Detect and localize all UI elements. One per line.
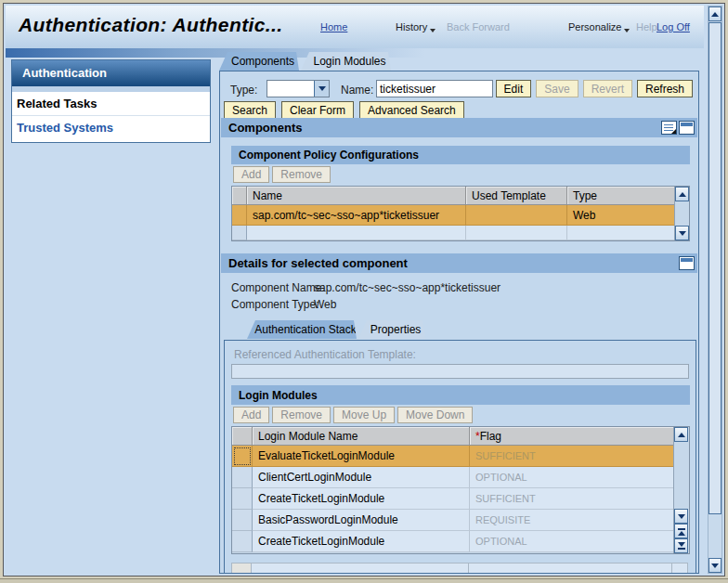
action-button-group: Edit Save Revert Refresh (496, 80, 693, 97)
column-flag[interactable]: *Flag (470, 427, 673, 446)
remove-button[interactable]: Remove (272, 166, 331, 183)
save-button[interactable]: Save (536, 80, 578, 97)
main-scrollbar[interactable] (708, 6, 722, 574)
sidebar: Authentication Related Tasks Trusted Sys… (11, 59, 211, 143)
tab-authentication-stack[interactable]: Authentication Stack (247, 320, 357, 339)
login-modules-table: Login Module Name *Flag EvaluateTicketLo… (231, 426, 690, 554)
row-selector[interactable] (232, 488, 253, 510)
table-row[interactable]: CreateTicketLoginModule SUFFICIENT (232, 488, 673, 510)
dropdown-arrow-icon[interactable] (314, 81, 329, 97)
personalize-dropdown-icon (624, 29, 630, 32)
table-row[interactable]: CreateTicketLoginModule OPTIONAL (232, 531, 673, 552)
policy-table: Name Used Template Type sap.com/tc~sec~s… (231, 186, 690, 241)
column-login-module-name[interactable]: Login Module Name (253, 427, 470, 446)
components-panel: Type: Name: Edit Save Revert Refresh Sea… (219, 71, 699, 574)
policy-toolbar: Add Remove (231, 164, 690, 186)
sap-netweaver-window: { "header": { "title": "Authentication: … (0, 0, 728, 583)
collapse-section-icon[interactable] (679, 121, 695, 135)
column-type[interactable]: Type (567, 187, 674, 205)
empty-table-row[interactable] (232, 226, 674, 240)
type-select[interactable] (266, 80, 330, 97)
row-selector[interactable] (232, 531, 253, 552)
row-selector[interactable] (232, 205, 247, 226)
personalize-menu[interactable]: Personalize (568, 21, 630, 32)
title-bar: Authentication: Authentic... Home Histor… (6, 6, 704, 48)
scroll-up-icon[interactable] (674, 427, 688, 442)
column-used-template[interactable]: Used Template (466, 187, 567, 205)
authentication-stack-panel: Referenced Authentication Template: Logi… (224, 340, 696, 574)
name-label: Name: (341, 84, 373, 97)
window-bottom-border (0, 578, 728, 583)
tab-login-modules[interactable]: Login Modules (301, 52, 391, 71)
clear-form-button[interactable]: Clear Form (281, 101, 354, 119)
referenced-template-label: Referenced Authentication Template: (234, 348, 416, 361)
help-link[interactable]: Help (636, 21, 657, 32)
login-modules-table-scrollbar[interactable] (673, 427, 688, 553)
details-section-header: Details for selected component (221, 253, 697, 273)
policy-table-header: Name Used Template Type (232, 187, 674, 205)
table-row[interactable]: ClientCertLoginModule OPTIONAL (232, 467, 673, 488)
advanced-search-button[interactable]: Advanced Search (359, 101, 464, 119)
referenced-template-input[interactable] (231, 364, 689, 379)
history-menu[interactable]: History (396, 21, 436, 32)
row-selector[interactable] (232, 510, 253, 531)
row-selector[interactable] (232, 446, 253, 467)
collapse-section-icon[interactable] (679, 256, 695, 270)
scroll-down-icon[interactable] (674, 509, 688, 524)
scrollbar-thumb[interactable] (708, 22, 722, 514)
application-frame: Authentication: Authentic... Home Histor… (3, 3, 725, 577)
components-section-header: Components (221, 118, 697, 137)
name-input[interactable] (376, 80, 493, 97)
login-modules-table-header: Login Module Name *Flag (232, 427, 673, 446)
search-button-group: Search Clear Form Advanced Search (224, 101, 464, 119)
scroll-to-bottom-icon[interactable] (674, 538, 688, 553)
log-off-link[interactable]: Log Off (656, 21, 690, 32)
login-modules-toolbar: Add Remove Move Up Move Down (231, 405, 690, 426)
scroll-up-icon[interactable] (675, 187, 689, 201)
refresh-button[interactable]: Refresh (637, 80, 693, 97)
page-title: Authentication: Authentic... (19, 14, 283, 36)
login-modules-title: Login Modules (231, 385, 690, 405)
component-name-value: sap.com/tc~sec~sso~app*ticketissuer (314, 281, 500, 294)
list-view-icon[interactable] (661, 121, 677, 135)
tab-components[interactable]: Components (219, 52, 299, 71)
add-button[interactable]: Add (233, 166, 269, 183)
table-row[interactable]: sap.com/tc~sec~sso~app*ticketissuer Web (232, 205, 674, 226)
scroll-to-top-icon[interactable] (674, 524, 688, 538)
move-up-button[interactable]: Move Up (333, 407, 395, 423)
sidebar-section-related-tasks: Related Tasks (12, 92, 210, 116)
scroll-down-icon[interactable] (675, 226, 689, 240)
login-modules-box: Login Modules Add Remove Move Up Move Do… (231, 385, 690, 554)
revert-button[interactable]: Revert (583, 80, 632, 97)
home-link[interactable]: Home (320, 21, 347, 32)
policy-box-title: Component Policy Configurations (231, 146, 690, 164)
move-down-button[interactable]: Move Down (397, 407, 473, 423)
tab-properties[interactable]: Properties (358, 320, 425, 339)
table-row[interactable]: BasicPasswordLoginModule REQUISITE (232, 510, 673, 531)
column-name[interactable]: Name (247, 187, 466, 205)
scroll-up-icon[interactable] (708, 6, 722, 21)
remove-button[interactable]: Remove (272, 407, 331, 423)
type-label: Type: (230, 84, 257, 97)
policy-table-scrollbar[interactable] (674, 187, 689, 240)
row-selector[interactable] (232, 467, 253, 488)
sidebar-item-trusted-systems[interactable]: Trusted Systems (12, 116, 210, 140)
cropped-table-row (231, 563, 690, 574)
component-type-value: Web (314, 298, 336, 311)
table-row[interactable]: EvaluateTicketLoginModule SUFFICIENT (232, 446, 673, 467)
policy-configurations-box: Component Policy Configurations Add Remo… (231, 146, 690, 241)
search-button[interactable]: Search (224, 101, 276, 119)
component-type-label: Component Type: (231, 298, 319, 311)
back-forward-link[interactable]: Back Forward (447, 21, 510, 32)
scroll-down-icon[interactable] (708, 558, 722, 573)
history-dropdown-icon (430, 29, 436, 32)
component-name-label: Component Name: (231, 281, 325, 294)
sidebar-title: Authentication (12, 60, 210, 86)
add-button[interactable]: Add (233, 407, 269, 423)
edit-button[interactable]: Edit (496, 80, 532, 97)
